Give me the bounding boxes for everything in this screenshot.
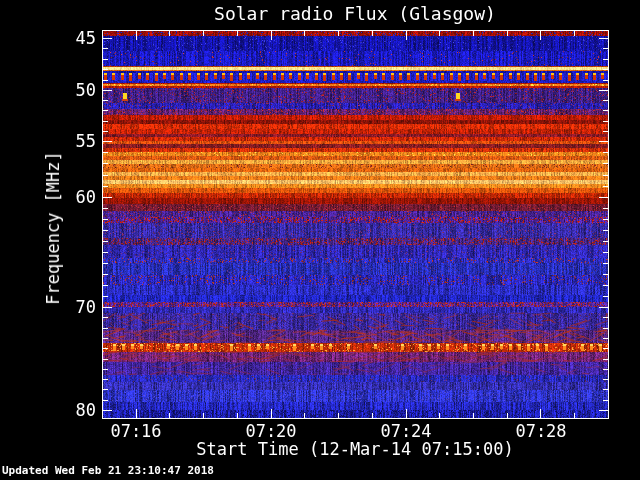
y-tick-label: 45 bbox=[0, 28, 96, 48]
y-tick-label: 60 bbox=[0, 187, 96, 207]
x-axis-label: Start Time (12-Mar-14 07:15:00) bbox=[102, 439, 608, 459]
y-tick-label: 80 bbox=[0, 400, 96, 420]
solar-radio-flux-plot-window: Solar radio Flux (Glasgow) Frequency [MH… bbox=[0, 0, 640, 480]
y-tick-label: 50 bbox=[0, 80, 96, 100]
x-tick-label: 07:28 bbox=[515, 421, 566, 441]
chart-title: Solar radio Flux (Glasgow) bbox=[102, 3, 608, 24]
x-tick-label: 07:20 bbox=[245, 421, 296, 441]
spectrogram-canvas bbox=[0, 0, 640, 480]
y-tick-label: 55 bbox=[0, 131, 96, 151]
x-tick-label: 07:16 bbox=[110, 421, 161, 441]
update-timestamp: Updated Wed Feb 21 23:10:47 2018 bbox=[2, 464, 214, 477]
y-axis-label: Frequency [MHz] bbox=[43, 151, 63, 305]
y-tick-label: 70 bbox=[0, 297, 96, 317]
x-tick-label: 07:24 bbox=[380, 421, 431, 441]
